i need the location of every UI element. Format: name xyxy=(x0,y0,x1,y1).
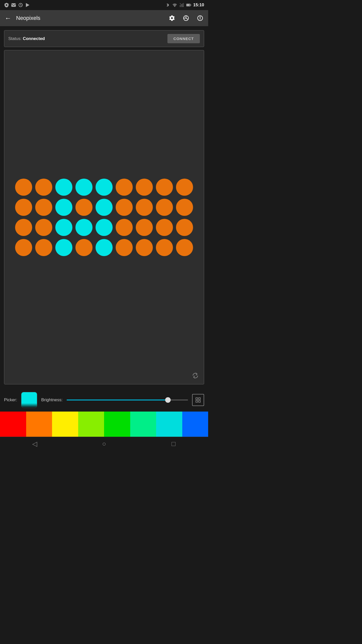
settings-button[interactable] xyxy=(168,14,176,22)
app-bar: ← Neopixels xyxy=(0,10,208,26)
play-icon xyxy=(25,3,30,8)
pixel-dot[interactable] xyxy=(176,179,193,196)
pixel-panel xyxy=(4,50,204,384)
pixel-dot[interactable] xyxy=(156,199,173,216)
back-nav-button[interactable]: ◁ xyxy=(27,439,42,449)
pixel-dot[interactable] xyxy=(75,179,93,196)
pixel-dot[interactable] xyxy=(15,219,32,236)
pixel-dot[interactable] xyxy=(75,219,93,236)
color-swatch[interactable] xyxy=(26,412,52,437)
time-display: 15:10 xyxy=(193,3,204,8)
svg-point-16 xyxy=(200,17,200,17)
pixel-dot[interactable] xyxy=(116,239,133,256)
pixel-dot[interactable] xyxy=(96,239,113,256)
svg-rect-11 xyxy=(186,4,190,6)
svg-rect-12 xyxy=(190,5,191,6)
svg-rect-19 xyxy=(196,400,198,402)
status-bar-right: 15:10 xyxy=(165,3,204,8)
grid-select-button[interactable] xyxy=(192,394,204,406)
pixel-dot[interactable] xyxy=(136,179,153,196)
recent-nav-button[interactable]: □ xyxy=(166,439,181,449)
info-button[interactable] xyxy=(196,14,204,22)
status-bar: 15:10 xyxy=(0,0,208,10)
app-title: Neopixels xyxy=(16,15,164,21)
pixel-dot[interactable] xyxy=(96,179,113,196)
pixel-dot[interactable] xyxy=(75,239,93,256)
svg-rect-1 xyxy=(11,3,16,7)
pixel-dot[interactable] xyxy=(176,199,193,216)
pixel-dot[interactable] xyxy=(35,219,52,236)
pixel-dot[interactable] xyxy=(176,239,193,256)
pixel-dot[interactable] xyxy=(156,219,173,236)
pixel-dot[interactable] xyxy=(136,239,153,256)
svg-point-0 xyxy=(6,4,7,6)
nav-bar: ◁ ○ □ xyxy=(0,437,208,451)
svg-rect-17 xyxy=(196,398,198,399)
bluetooth-icon xyxy=(165,3,170,8)
app-bar-icons xyxy=(168,14,204,22)
color-swatch[interactable] xyxy=(52,412,78,437)
color-swatch[interactable] xyxy=(0,412,26,437)
picker-swatch[interactable] xyxy=(21,392,37,408)
pixel-dot[interactable] xyxy=(116,219,133,236)
brightness-slider[interactable] xyxy=(67,399,188,400)
pie-chart-button[interactable] xyxy=(182,14,190,22)
pixel-dot[interactable] xyxy=(55,199,72,216)
color-swatch[interactable] xyxy=(156,412,182,437)
email-icon xyxy=(11,3,16,8)
pixel-dot[interactable] xyxy=(35,179,52,196)
bottom-toolbar: Picker: Brightness: xyxy=(0,388,208,412)
pixel-dot[interactable] xyxy=(96,199,113,216)
status-text: Status: Connected xyxy=(8,36,45,41)
color-palette xyxy=(0,412,208,437)
pixel-dot[interactable] xyxy=(75,199,93,216)
pixel-dot[interactable] xyxy=(176,219,193,236)
svg-rect-20 xyxy=(199,400,200,402)
sync-icon xyxy=(18,3,23,8)
pixel-dot[interactable] xyxy=(156,179,173,196)
pixel-dot[interactable] xyxy=(15,199,32,216)
pixel-grid xyxy=(10,174,198,261)
picker-label: Picker: xyxy=(4,397,17,403)
pixel-dot[interactable] xyxy=(116,199,133,216)
refresh-button[interactable] xyxy=(191,371,200,380)
pixel-dot[interactable] xyxy=(15,179,32,196)
svg-point-4 xyxy=(174,6,175,7)
status-bar-left xyxy=(4,3,30,8)
pixel-dot[interactable] xyxy=(55,179,72,196)
main-content: Status: Connected CONNECT xyxy=(0,26,208,388)
signal-icon xyxy=(179,3,184,8)
pixel-dot[interactable] xyxy=(116,179,133,196)
pixel-dot[interactable] xyxy=(15,239,32,256)
shield-icon xyxy=(4,3,9,8)
pixel-dot[interactable] xyxy=(35,239,52,256)
status-panel: Status: Connected CONNECT xyxy=(4,30,204,47)
svg-rect-5 xyxy=(180,5,180,7)
home-nav-button[interactable]: ○ xyxy=(97,439,112,449)
connect-button[interactable]: CONNECT xyxy=(167,34,200,43)
back-button[interactable]: ← xyxy=(4,14,12,22)
pixel-dot[interactable] xyxy=(55,219,72,236)
pixel-dot[interactable] xyxy=(136,199,153,216)
color-swatch[interactable] xyxy=(182,412,208,437)
pixel-dot[interactable] xyxy=(96,219,113,236)
brightness-label: Brightness: xyxy=(41,397,63,403)
color-swatch[interactable] xyxy=(104,412,130,437)
wifi-icon xyxy=(172,3,177,8)
svg-rect-18 xyxy=(199,398,200,399)
color-swatch[interactable] xyxy=(130,412,156,437)
pixel-dot[interactable] xyxy=(156,239,173,256)
pixel-dot[interactable] xyxy=(136,219,153,236)
svg-marker-3 xyxy=(26,3,29,7)
pixel-dot[interactable] xyxy=(55,239,72,256)
color-swatch[interactable] xyxy=(78,412,104,437)
battery-icon xyxy=(186,3,191,8)
pixel-dot[interactable] xyxy=(35,199,52,216)
